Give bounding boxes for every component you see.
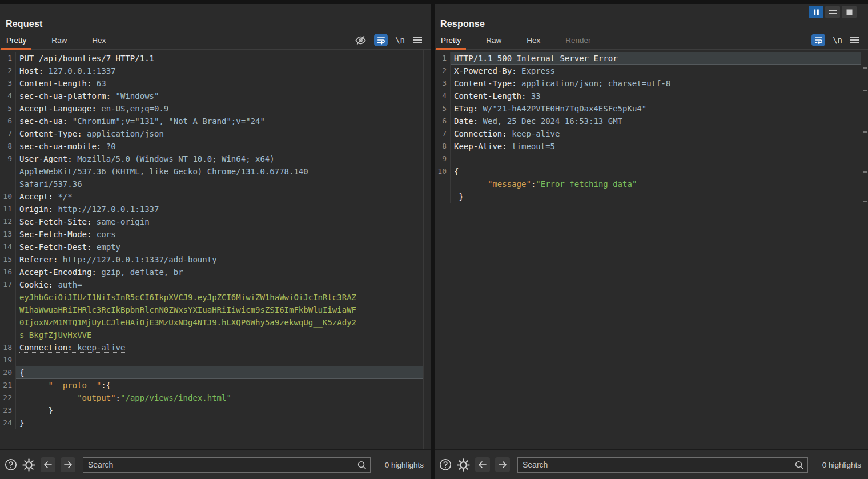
request-editor[interactable]: 1PUT /api/bounties/7 HTTP/1.12Host: 127.… xyxy=(0,50,431,449)
line-number: 6 xyxy=(0,115,15,127)
line-number: 24 xyxy=(0,417,15,429)
code-line: eyJhbGciOiJIUzI1NiIsInR5cCI6IkpXVCJ9.eyJ… xyxy=(0,291,423,304)
newline-toggle-icon[interactable]: \n xyxy=(833,35,842,45)
highlights-count: 0 highlights xyxy=(815,461,861,469)
help-icon[interactable] xyxy=(439,458,452,471)
code-line: 18Connection: keep-alive xyxy=(0,341,423,354)
line-number: 13 xyxy=(0,228,15,241)
panel-divider[interactable] xyxy=(431,4,435,479)
code-line: 8Keep-Alive: timeout=5 xyxy=(435,140,861,153)
line-number xyxy=(0,165,15,178)
code-text: User-Agent: Mozilla/5.0 (Windows NT 10.0… xyxy=(15,153,423,165)
code-line: 23 } xyxy=(0,404,423,417)
request-search-bar: 0 highlights xyxy=(0,449,431,479)
code-text: "message":"Error fetching data" xyxy=(450,178,861,190)
code-line: 12Sec-Fetch-Site: same-origin xyxy=(0,215,423,228)
code-line: 21 "__proto__":{ xyxy=(0,379,423,392)
code-line: 13Sec-Fetch-Mode: cors xyxy=(0,228,423,241)
code-line: 17Cookie: auth= xyxy=(0,278,423,291)
line-number: 11 xyxy=(0,203,15,215)
code-text: Referer: http://127.0.0.1:1337/add-bount… xyxy=(15,253,423,266)
editor-menu-icon[interactable] xyxy=(850,36,860,44)
word-wrap-toggle-button[interactable] xyxy=(811,34,825,46)
code-text: { xyxy=(15,366,423,379)
code-line: Safari/537.36 xyxy=(0,178,423,190)
code-line: 1PUT /api/bounties/7 HTTP/1.1 xyxy=(0,52,423,65)
code-text: sec-ch-ua: "Chromium";v="131", "Not_A Br… xyxy=(15,115,423,127)
code-text: Accept: */* xyxy=(15,190,423,203)
code-text: Host: 127.0.0.1:1337 xyxy=(15,65,423,77)
rows-layout-button[interactable] xyxy=(825,6,840,18)
line-number xyxy=(435,178,450,190)
response-scroll-marker-strip[interactable] xyxy=(861,50,868,449)
response-tab-raw[interactable]: Raw xyxy=(481,33,507,49)
code-text: Sec-Fetch-Mode: cors xyxy=(15,228,423,241)
code-text: Content-Type: application/json xyxy=(15,127,423,140)
request-tab-raw[interactable]: Raw xyxy=(46,33,72,49)
editor-menu-icon[interactable] xyxy=(412,36,423,44)
response-editor[interactable]: 1HTTP/1.1 500 Internal Server Error2X-Po… xyxy=(435,50,868,449)
response-code: 1HTTP/1.1 500 Internal Server Error2X-Po… xyxy=(435,50,861,449)
line-number: 4 xyxy=(0,90,15,102)
gear-icon[interactable] xyxy=(457,458,470,472)
line-number: 7 xyxy=(0,127,15,140)
code-line: 2Host: 127.0.0.1:1337 xyxy=(0,65,423,77)
code-text: { xyxy=(450,165,861,178)
code-line: 2X-Powered-By: Express xyxy=(435,65,861,77)
response-tab-pretty[interactable]: Pretty xyxy=(436,33,466,49)
code-text: PUT /api/bounties/7 HTTP/1.1 xyxy=(15,52,423,65)
request-scroll-marker-strip[interactable] xyxy=(423,50,431,449)
search-previous-button[interactable] xyxy=(475,457,490,472)
code-line: 22 "output":"/app/views/index.html" xyxy=(0,392,423,404)
response-tab-render[interactable]: Render xyxy=(560,33,596,49)
search-next-button[interactable] xyxy=(495,457,510,472)
line-number: 19 xyxy=(0,354,15,366)
code-line: 14Sec-Fetch-Dest: empty xyxy=(0,241,423,253)
code-text: Sec-Fetch-Dest: empty xyxy=(15,241,423,253)
code-line: 4Content-Length: 33 xyxy=(435,90,861,102)
line-number: 10 xyxy=(435,165,450,178)
help-icon[interactable] xyxy=(5,458,17,471)
stop-button[interactable] xyxy=(842,6,857,18)
code-line: 7Content-Type: application/json xyxy=(0,127,423,140)
newline-toggle-icon[interactable]: \n xyxy=(395,35,405,45)
request-tab-pretty[interactable]: Pretty xyxy=(1,33,31,49)
line-number: 15 xyxy=(0,253,15,266)
line-number: 4 xyxy=(435,90,450,102)
code-line: 10{ xyxy=(435,165,861,178)
response-toolbar: \n xyxy=(811,34,860,46)
code-text: Content-Length: 33 xyxy=(450,90,861,102)
code-text: sec-ch-ua-mobile: ?0 xyxy=(15,140,423,153)
search-input[interactable] xyxy=(517,457,808,473)
search-next-button[interactable] xyxy=(61,457,75,472)
code-text: Connection: keep-alive xyxy=(15,341,423,354)
search-input[interactable] xyxy=(83,457,371,473)
code-text: Keep-Alive: timeout=5 xyxy=(450,140,861,153)
line-number: 23 xyxy=(0,404,15,417)
word-wrap-toggle-button[interactable] xyxy=(374,34,388,46)
eye-slash-icon[interactable] xyxy=(355,34,367,46)
code-text: sec-ch-ua-platform: "Windows" xyxy=(15,90,423,102)
pause-button[interactable] xyxy=(809,6,823,18)
response-tab-hex[interactable]: Hex xyxy=(521,33,545,49)
code-line: s_BkgfZjUvHxVVE xyxy=(0,329,423,341)
scroll-marker-tick xyxy=(863,201,867,202)
code-line: 15Referer: http://127.0.0.1:1337/add-bou… xyxy=(0,253,423,266)
code-text: 0IjoxNzM1MTQ1MjUyLCJleHAiOjE3MzUxNDg4NTJ… xyxy=(15,316,423,329)
line-number: 3 xyxy=(0,77,15,90)
code-line: 24} xyxy=(0,417,423,429)
request-panel-title: Request xyxy=(6,19,431,29)
line-number: 1 xyxy=(0,52,15,65)
code-text: Content-Length: 63 xyxy=(15,77,423,90)
request-tab-hex[interactable]: Hex xyxy=(87,33,111,49)
response-panel: Response PrettyRawHexRender \n xyxy=(435,4,868,479)
search-previous-button[interactable] xyxy=(41,457,55,472)
code-line: 19 xyxy=(0,354,423,366)
response-search-field-wrap xyxy=(517,457,808,473)
gear-icon[interactable] xyxy=(22,458,35,472)
code-line: 6sec-ch-ua: "Chromium";v="131", "Not_A B… xyxy=(0,115,423,127)
scroll-marker-tick xyxy=(863,131,867,133)
line-number: 20 xyxy=(0,366,15,379)
code-text: X-Powered-By: Express xyxy=(450,65,861,77)
line-number: 8 xyxy=(0,140,15,153)
